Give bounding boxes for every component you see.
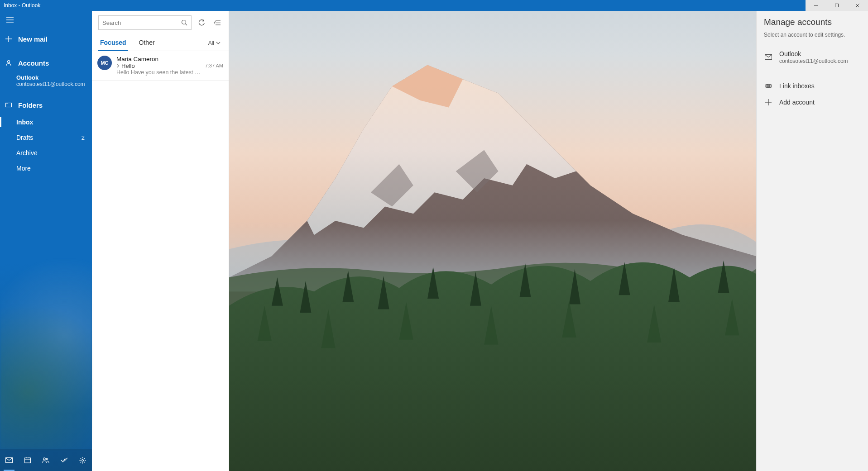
message-preview: Hello Have you seen the latest new, ...: [116, 69, 202, 76]
folder-archive[interactable]: Archive: [0, 145, 92, 161]
todo-app-icon[interactable]: [57, 453, 72, 467]
svg-line-23: [81, 458, 82, 459]
folder-label: Drafts: [16, 134, 33, 141]
message-list-pane: Focused Other All MC Maria Cameron: [92, 11, 229, 471]
svg-line-25: [84, 458, 85, 459]
maximize-button[interactable]: [826, 0, 847, 11]
search-icon[interactable]: [181, 19, 187, 26]
tab-focused[interactable]: Focused: [98, 35, 128, 51]
sidebar-account-email: contosotest11@outlook.com: [16, 81, 92, 87]
svg-point-17: [47, 458, 48, 460]
svg-rect-12: [24, 458, 30, 463]
refresh-button[interactable]: [196, 17, 207, 28]
window-title: Inbox - Outlook: [4, 2, 40, 9]
background-image: [229, 11, 756, 471]
search-input[interactable]: [102, 19, 181, 26]
plus-icon: [5, 36, 12, 42]
tab-other[interactable]: Other: [137, 35, 157, 51]
panel-account-item[interactable]: Outlook contosotest11@outlook.com: [757, 45, 868, 69]
sidebar-bottom-bar: [0, 449, 92, 471]
folder-label: Archive: [16, 149, 38, 157]
panel-account-email: contosotest11@outlook.com: [779, 58, 848, 64]
svg-point-18: [82, 459, 84, 461]
message-time: 7:37 AM: [205, 63, 223, 68]
link-inboxes-button[interactable]: Link inboxes: [757, 78, 868, 94]
folder-count: 2: [82, 134, 85, 141]
svg-line-28: [186, 24, 187, 26]
folder-drafts[interactable]: Drafts 2: [0, 130, 92, 145]
folder-inbox[interactable]: Inbox: [0, 114, 92, 130]
chevron-down-icon: [216, 42, 221, 44]
folder-icon: [5, 102, 12, 108]
minimize-button[interactable]: [806, 0, 826, 11]
folders-header[interactable]: Folders: [0, 95, 92, 114]
chevron-right-icon: [116, 64, 120, 68]
sidebar: New mail Accounts Outlook contosotest11@…: [0, 11, 92, 471]
svg-point-27: [182, 20, 186, 24]
avatar: MC: [97, 56, 112, 70]
svg-line-26: [81, 461, 82, 462]
person-icon: [5, 60, 12, 66]
new-mail-label: New mail: [18, 35, 48, 43]
plus-icon: [764, 99, 773, 105]
new-mail-button[interactable]: New mail: [0, 29, 92, 49]
message-sender: Maria Cameron: [116, 56, 202, 62]
panel-account-name: Outlook: [779, 50, 801, 57]
svg-line-24: [84, 461, 85, 462]
people-app-icon[interactable]: [38, 453, 53, 467]
filter-label: All: [208, 40, 214, 46]
select-mode-button[interactable]: [211, 17, 222, 28]
sidebar-account-name: Outlook: [16, 74, 92, 81]
folder-label: More: [16, 165, 31, 172]
mail-app-icon[interactable]: [2, 453, 16, 467]
window-controls: [806, 0, 868, 11]
folder-label: Inbox: [16, 119, 33, 126]
svg-point-9: [7, 61, 10, 63]
message-subject: Hello: [121, 62, 135, 69]
svg-rect-1: [835, 4, 839, 7]
folder-more[interactable]: More: [0, 161, 92, 176]
folders-label: Folders: [18, 101, 43, 109]
sidebar-account[interactable]: Outlook contosotest11@outlook.com: [0, 72, 92, 91]
reading-pane: [229, 11, 756, 471]
close-button[interactable]: [847, 0, 868, 11]
manage-accounts-panel: Manage accounts Select an account to edi…: [756, 11, 868, 471]
search-box[interactable]: [98, 15, 192, 30]
message-item[interactable]: MC Maria Cameron Hello Hello Have you se…: [92, 51, 229, 81]
add-account-button[interactable]: Add account: [757, 94, 868, 110]
mail-icon: [764, 54, 773, 60]
link-inboxes-label: Link inboxes: [779, 82, 815, 90]
accounts-label: Accounts: [18, 59, 49, 67]
calendar-app-icon[interactable]: [20, 453, 35, 467]
hamburger-button[interactable]: [0, 11, 92, 29]
panel-hint: Select an account to edit settings.: [757, 32, 868, 45]
title-bar: Inbox - Outlook: [0, 0, 868, 11]
panel-title: Manage accounts: [757, 11, 868, 32]
settings-icon[interactable]: [76, 453, 90, 467]
link-icon: [764, 84, 773, 88]
svg-point-16: [43, 458, 46, 460]
accounts-header[interactable]: Accounts: [0, 53, 92, 72]
add-account-label: Add account: [779, 99, 815, 106]
filter-dropdown[interactable]: All: [206, 38, 222, 48]
